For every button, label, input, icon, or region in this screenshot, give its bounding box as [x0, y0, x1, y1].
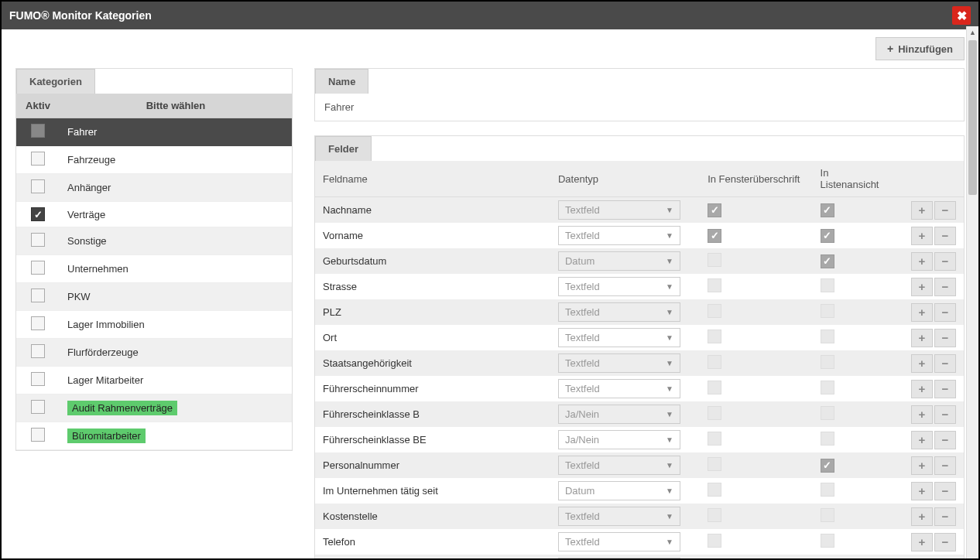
field-type-select[interactable]: Textfeld▼ — [558, 200, 680, 220]
field-type-select[interactable]: Textfeld▼ — [558, 353, 680, 373]
field-in-header-checkbox[interactable] — [708, 483, 721, 497]
field-in-header-checkbox[interactable] — [708, 330, 721, 343]
field-type-select[interactable]: Textfeld▼ — [558, 532, 680, 551]
field-remove-button[interactable]: − — [934, 278, 956, 296]
category-active-checkbox[interactable] — [31, 233, 45, 247]
category-active-checkbox[interactable] — [31, 316, 45, 330]
field-in-header-checkbox[interactable] — [708, 203, 721, 217]
field-add-button[interactable]: + — [911, 533, 933, 551]
field-type-select[interactable]: Textfeld▼ — [558, 379, 680, 398]
category-active-checkbox[interactable] — [31, 289, 45, 302]
field-type-select[interactable]: Textfeld▼ — [558, 507, 680, 526]
field-remove-button[interactable]: − — [934, 380, 956, 398]
field-type-select[interactable]: Datum▼ — [558, 251, 680, 271]
field-in-list-checkbox[interactable] — [821, 304, 834, 318]
category-row[interactable]: Lager Immobilien — [16, 311, 292, 339]
field-in-list-checkbox[interactable] — [821, 381, 834, 394]
category-active-checkbox[interactable] — [31, 179, 45, 193]
field-remove-button[interactable]: − — [934, 482, 956, 500]
field-type-select[interactable]: Textfeld▼ — [558, 456, 680, 475]
field-in-list-checkbox[interactable] — [821, 432, 834, 446]
category-row[interactable]: Audit Rahmenverträge — [16, 394, 292, 422]
field-in-header-checkbox[interactable] — [708, 406, 721, 420]
category-row[interactable]: Fahrzeuge — [16, 146, 292, 174]
details-panel: Name Fahrer Felder Feldname Datentyp In … — [314, 68, 965, 560]
field-in-list-checkbox[interactable] — [821, 534, 834, 548]
field-type-select[interactable]: Textfeld▼ — [558, 277, 680, 296]
field-in-list-checkbox[interactable] — [821, 406, 834, 420]
field-type-select[interactable]: Textfeld▼ — [558, 328, 680, 347]
field-add-button[interactable]: + — [911, 201, 933, 220]
field-add-button[interactable]: + — [911, 227, 933, 245]
scrollbar-up-arrow-icon[interactable]: ▲ — [967, 26, 978, 39]
field-remove-button[interactable]: − — [934, 201, 956, 220]
field-add-button[interactable]: + — [911, 482, 933, 500]
field-in-header-checkbox[interactable] — [708, 278, 721, 292]
field-type-select[interactable]: Ja/Nein▼ — [558, 405, 680, 424]
field-type-select[interactable]: Textfeld▼ — [558, 302, 680, 322]
field-add-button[interactable]: + — [911, 507, 933, 526]
field-in-list-checkbox[interactable] — [821, 508, 834, 522]
field-add-button[interactable]: + — [911, 278, 933, 296]
field-in-list-checkbox[interactable] — [821, 229, 834, 243]
field-in-list-checkbox[interactable] — [821, 355, 834, 369]
field-remove-button[interactable]: − — [934, 227, 956, 245]
field-remove-button[interactable]: − — [934, 405, 956, 424]
category-active-checkbox[interactable] — [31, 261, 45, 275]
field-in-header-checkbox[interactable] — [708, 229, 721, 243]
field-in-list-checkbox[interactable] — [821, 483, 834, 497]
field-type-select[interactable]: Textfeld▼ — [558, 226, 680, 245]
field-type-select[interactable]: Ja/Nein▼ — [558, 430, 680, 449]
category-row[interactable]: Büromitarbeiter — [16, 422, 292, 450]
category-row[interactable]: Lager Mitarbeiter — [16, 367, 292, 394]
field-in-header-checkbox[interactable] — [708, 508, 721, 522]
field-in-header-checkbox[interactable] — [708, 253, 721, 267]
field-add-button[interactable]: + — [911, 431, 933, 449]
field-type-select[interactable]: Datum▼ — [558, 481, 680, 500]
field-in-list-checkbox[interactable] — [821, 203, 834, 217]
field-in-list-checkbox[interactable] — [821, 278, 834, 292]
field-in-header-checkbox[interactable] — [708, 432, 721, 446]
scrollbar[interactable]: ▲ — [966, 26, 978, 558]
field-remove-button[interactable]: − — [934, 252, 956, 271]
field-add-button[interactable]: + — [911, 303, 933, 322]
field-in-header-checkbox[interactable] — [708, 381, 721, 394]
field-remove-button[interactable]: − — [934, 354, 956, 373]
category-row[interactable]: Fahrer — [16, 118, 292, 146]
field-in-list-checkbox[interactable] — [821, 459, 834, 473]
category-row[interactable]: Verträge — [16, 202, 292, 227]
category-active-checkbox[interactable] — [31, 428, 45, 442]
category-active-checkbox[interactable] — [31, 152, 45, 166]
category-active-checkbox[interactable] — [31, 344, 45, 358]
field-in-header-checkbox[interactable] — [708, 457, 721, 471]
category-row[interactable]: Sonstige — [16, 227, 292, 255]
field-in-list-checkbox[interactable] — [821, 330, 834, 343]
field-add-button[interactable]: + — [911, 354, 933, 373]
field-remove-button[interactable]: − — [934, 329, 956, 347]
field-in-header-checkbox[interactable] — [708, 304, 721, 318]
field-in-header-checkbox[interactable] — [708, 534, 721, 548]
category-active-checkbox[interactable] — [31, 207, 45, 221]
field-add-button[interactable]: + — [911, 252, 933, 271]
category-row[interactable]: PKW — [16, 283, 292, 311]
field-remove-button[interactable]: − — [934, 456, 956, 475]
field-in-header-checkbox[interactable] — [708, 355, 721, 369]
category-active-checkbox[interactable] — [31, 400, 45, 414]
category-row[interactable]: Unternehmen — [16, 255, 292, 283]
field-remove-button[interactable]: − — [934, 431, 956, 449]
category-row[interactable]: Anhänger — [16, 174, 292, 202]
field-add-button[interactable]: + — [911, 329, 933, 347]
category-active-checkbox[interactable] — [31, 124, 45, 138]
field-remove-button[interactable]: − — [934, 303, 956, 322]
add-button[interactable]: + Hinzufügen — [875, 37, 965, 60]
category-active-checkbox[interactable] — [31, 372, 45, 386]
field-add-button[interactable]: + — [911, 405, 933, 424]
field-remove-button[interactable]: − — [934, 507, 956, 526]
close-button[interactable]: ✖ — [952, 6, 971, 25]
field-remove-button[interactable]: − — [934, 533, 956, 551]
category-row[interactable]: Flurförderzeuge — [16, 339, 292, 367]
field-add-button[interactable]: + — [911, 456, 933, 475]
field-in-list-checkbox[interactable] — [821, 254, 834, 268]
scrollbar-thumb[interactable] — [968, 40, 977, 195]
field-add-button[interactable]: + — [911, 380, 933, 398]
